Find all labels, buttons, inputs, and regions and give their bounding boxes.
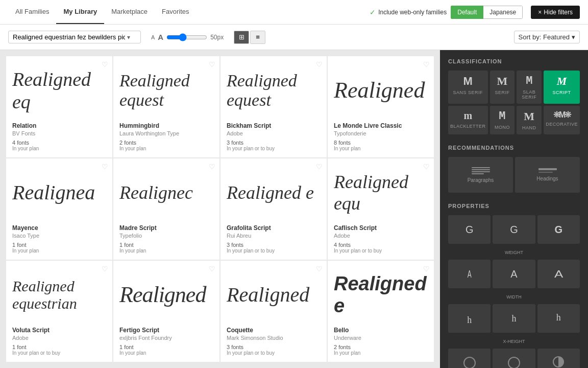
font-card-hummingbird[interactable]: ♡ Realigned equest Hummingbird Laura Wor… [113, 56, 219, 157]
width-grid: A A A [448, 260, 580, 288]
sort-control[interactable]: Sort by: Featured ▾ [514, 31, 580, 43]
font-count-grafolita: 3 fonts [227, 242, 321, 248]
script-letter: M [557, 75, 567, 88]
font-count-lemonde: 8 fonts [334, 140, 428, 146]
decorative-letter: ❊M❊ [553, 110, 570, 120]
heart-icon-relation[interactable]: ♡ [102, 60, 108, 68]
xheight-mid-btn[interactable]: h [493, 304, 535, 333]
font-plan-voluta: In your plan or to buy [12, 350, 106, 356]
heart-icon-mayence[interactable]: ♡ [102, 163, 108, 171]
headings-label: Headings [536, 176, 558, 181]
recommendations-grid: Paragraphs Headings [448, 157, 580, 193]
font-card-mayence[interactable]: ♡ Realignea Mayence Isaco Type 1 font In… [6, 158, 112, 260]
font-preview-hummingbird: Realigned equest [119, 62, 213, 118]
size-label-large: A [158, 33, 163, 41]
heart-icon-lemonde[interactable]: ♡ [423, 60, 430, 68]
class-btn-mono[interactable]: M Mono [490, 106, 515, 134]
heart-icon-coquette[interactable]: ♡ [316, 265, 323, 273]
contrast-high-btn[interactable] [537, 349, 580, 368]
font-plan-grafolita: In your plan or to buy [227, 248, 321, 254]
font-foundry-relation: BV Fonts [12, 130, 106, 136]
font-card-bickham[interactable]: ♡ Realigned equest Bickham Script Adobe … [220, 56, 327, 157]
paragraphs-icon [472, 167, 490, 174]
width-extended-btn[interactable]: A [537, 260, 580, 288]
hide-filters-button[interactable]: × Hide filters [531, 6, 580, 19]
nav-tab-my-library[interactable]: My Library [56, 0, 104, 24]
rec-btn-paragraphs[interactable]: Paragraphs [448, 157, 513, 193]
class-btn-serif[interactable]: M Serif [490, 71, 515, 104]
class-btn-decorative[interactable]: ❊M❊ Decorative [544, 106, 580, 134]
font-card-coquette[interactable]: ♡ Realigned Coquette Mark Simonson Studi… [220, 261, 327, 362]
font-preview-lemonde: Realigned [334, 62, 428, 118]
rec-btn-headings[interactable]: Headings [515, 157, 580, 193]
class-btn-blackletter[interactable]: m Blackletter [448, 106, 488, 134]
classification-grid: M Sans Serif M Serif M Slab Serif M Scri… [448, 71, 580, 134]
font-card-lemonde[interactable]: ♡ Realigned Le Monde Livre Classic Typof… [328, 56, 434, 157]
search-input[interactable] [13, 33, 125, 41]
contrast-low-btn[interactable] [448, 349, 491, 368]
width-regular-btn[interactable]: A [493, 260, 535, 288]
font-name-fertigo: Fertigo Script [119, 327, 213, 334]
font-foundry-bello: Underware [334, 335, 428, 341]
contrast-mid-icon [508, 357, 520, 368]
font-card-grafolita[interactable]: ♡ Realigned e Grafolita Script Rui Abreu… [220, 158, 327, 260]
font-plan-relation: In your plan [12, 146, 106, 151]
weight-light-btn[interactable]: G [448, 215, 491, 244]
font-name-voluta: Voluta Script [12, 327, 106, 334]
width-condensed-btn[interactable]: A [448, 260, 491, 288]
nav-tab-marketplace[interactable]: Marketplace [104, 0, 155, 24]
web-only-label: Include web-only families [378, 9, 447, 16]
heart-icon-bello[interactable]: ♡ [423, 265, 430, 273]
font-card-voluta[interactable]: ♡ Realigned equestrian Voluta Script Ado… [6, 261, 112, 362]
heart-icon-voluta[interactable]: ♡ [102, 265, 108, 273]
class-btn-slab-serif[interactable]: M Slab Serif [517, 71, 542, 104]
heart-icon-hummingbird[interactable]: ♡ [209, 60, 215, 68]
font-card-bello[interactable]: ♡ Realigned e Bello Underware 2 fonts In… [328, 261, 434, 362]
heart-icon-caflisch[interactable]: ♡ [423, 163, 430, 171]
font-preview-relation: Realigned eq [12, 62, 106, 118]
font-count-bickham: 3 fonts [227, 140, 321, 146]
weight-regular-btn[interactable]: G [493, 215, 535, 244]
font-count-relation: 4 fonts [12, 140, 106, 146]
list-view-button[interactable]: ≡ [250, 31, 265, 44]
contrast-mid-btn[interactable] [493, 349, 535, 368]
font-plan-hummingbird: In your plan [119, 146, 213, 151]
search-box[interactable]: ▾ [8, 31, 141, 43]
font-card-relation[interactable]: ♡ Realigned eq Relation BV Fonts 4 fonts… [6, 56, 112, 157]
weight-label: Weight [505, 250, 523, 255]
xheight-grid: h h h [448, 304, 580, 333]
search-dropdown-arrow[interactable]: ▾ [127, 34, 130, 41]
size-value: 50px [210, 34, 224, 41]
filter-japanese-button[interactable]: Japanese [483, 6, 523, 19]
grid-view-button[interactable]: ⊞ [234, 31, 249, 44]
font-name-bickham: Bickham Script [227, 122, 321, 129]
heart-icon-fertigo[interactable]: ♡ [209, 265, 215, 273]
font-count-caflisch: 4 fonts [334, 242, 428, 248]
hide-filters-label: Hide filters [544, 9, 573, 16]
weight-bold-btn[interactable]: G [537, 215, 580, 244]
nav-tabs: All Families My Library Marketplace Favo… [8, 0, 197, 24]
nav-tab-all-families[interactable]: All Families [8, 0, 56, 24]
hide-filters-x: × [538, 9, 542, 16]
heart-icon-madre[interactable]: ♡ [209, 163, 215, 171]
web-only-checkbox-area[interactable]: ✓ Include web-only families [370, 8, 447, 16]
font-card-madre[interactable]: ♡ Realignec Madre Script Typefolio 1 fon… [113, 158, 219, 260]
font-card-fertigo[interactable]: ♡ Realigned Fertigo Script exljbris Font… [113, 261, 219, 362]
nav-tab-favorites[interactable]: Favorites [155, 0, 196, 24]
size-label-small: A [151, 34, 155, 40]
xheight-high-btn[interactable]: h [537, 304, 580, 333]
class-btn-script[interactable]: M Script [544, 71, 580, 104]
font-plan-fertigo: In your plan [119, 350, 213, 356]
heart-icon-grafolita[interactable]: ♡ [316, 163, 323, 171]
font-grid: ♡ Realigned eq Relation BV Fonts 4 fonts… [0, 50, 440, 368]
font-name-hummingbird: Hummingbird [119, 122, 213, 129]
recommendations-section: RECOMMENDATIONS Paragraphs [448, 145, 580, 193]
class-btn-hand[interactable]: M Hand [517, 106, 542, 134]
font-size-slider[interactable] [166, 33, 207, 41]
filter-default-button[interactable]: Default [451, 6, 483, 19]
mono-label: Mono [495, 125, 510, 130]
heart-icon-bickham[interactable]: ♡ [316, 60, 323, 68]
font-card-caflisch[interactable]: ♡ Realigned equ Caflisch Script Adobe 4 … [328, 158, 434, 260]
xheight-low-btn[interactable]: h [448, 304, 491, 333]
class-btn-sans-serif[interactable]: M Sans Serif [448, 71, 488, 104]
